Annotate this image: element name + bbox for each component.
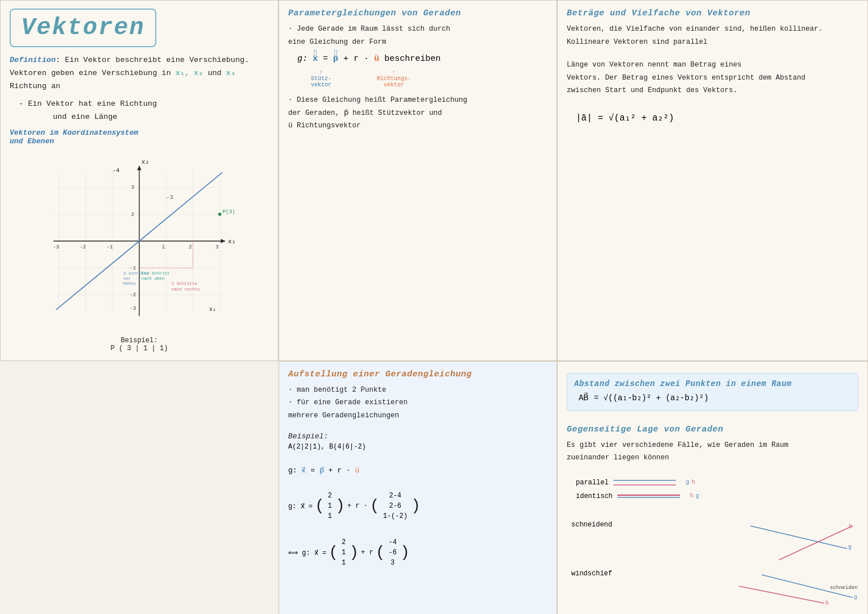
col2-mid-f1: g: x⃗ = p⃗ + r · ü [288,466,547,475]
col2-text6: ü Richtungsvektor [288,119,547,132]
col1-top-panel: Vektoren Definition: Ein Vektor beschrei… [0,0,279,361]
identisch-row: identisch h g [576,491,858,502]
stutz-label: ↑ Stütz- vektor [311,69,331,88]
svg-line-49 [779,526,853,560]
svg-marker-15 [137,165,142,170]
col3-text5: zwischen Start und Endpunkt des Vektors. [567,84,858,97]
gegenseitig-text2: zueinander liegen können [567,451,858,464]
svg-text:P(3|1|1): P(3|1|1) [222,209,236,215]
svg-text:Ein Schritt: Ein Schritt [142,271,170,275]
windschief-svg: h g schneiden sich nicht ! [733,569,858,614]
col2-top-panel: Parametergleichungen von Geraden · Jede … [279,0,557,361]
definition-text1: : Ein Vektor beschreibt eine Verschiebun… [56,56,249,64]
windschief-label: windschief [571,570,612,578]
svg-text:2: 2 [189,244,192,250]
svg-text:g: g [854,594,857,600]
col3-text4: Vektors. Der Betrag eines Vektors entspr… [567,72,858,85]
svg-text:-3: -3 [53,244,60,250]
title-box: Vektoren [10,9,156,47]
svg-text:x₂: x₂ [142,159,149,165]
svg-text:2 Schritte: 2 Schritte [172,281,198,286]
definition-label: Definition [10,56,56,64]
col3-text2: Kollineare Vektoren sind parallel [567,36,858,49]
beispiel-label: Beispiel: P ( 3 | 1 | 1) [10,337,269,352]
definition-text3: Richtung an [10,82,60,90]
col2-formula-g: g: x⃗ = p⃗ + r · ü beschreiben [297,54,547,64]
svg-text:-1: -1 [130,265,136,271]
col2-top-text2: eine Gleichung der Form [288,36,547,49]
col2-mid-b2: · für eine Gerade existieren [288,396,547,409]
svg-text:nach oben: nach oben [142,276,165,281]
svg-text:3: 3 [131,184,135,190]
col3-top-panel: Beträge und Vielfache von Vektoren Vekto… [557,0,868,361]
schneidend-label: schneidend [571,521,612,529]
svg-text:3: 3 [215,244,219,250]
svg-text:x₁: x₁ [209,305,216,312]
definition-text2: Vektoren geben eine Verschiebung in [10,69,171,77]
svg-line-52 [739,586,824,603]
gegenseitig-title: Gegenseitige Lage von Geraden [567,425,858,434]
col2-text4: · Diese Gleichung heißt Parametergleichu… [288,94,547,107]
svg-marker-14 [221,239,226,243]
betrag-formula: |ā| = √(a₁² + a₂²) [576,112,858,123]
parallel-row: parallel g h [576,477,858,488]
svg-text:-4: -4 [113,167,119,174]
richtungs-label: ↑ Richtungs- vektor [377,69,411,88]
svg-text:-1: -1 [106,244,113,250]
col2-mid-f3: ⟺ g: x⃗ = ( 211 ) + r ( -4-63 ) [288,537,547,568]
col2-mid-beispiel: Beispiel: [288,432,547,441]
page: Vektoren Definition: Ein Vektor beschrei… [0,0,868,614]
col2-mid-f2: g: x⃗ = ( 211 ) + r · ( 2-42-61-(-2) ) [288,491,547,521]
coordinate-system: x₁ x₂ -3 -2 -1 1 2 3 3 2 -1 -2 -3 -4 [10,150,269,332]
svg-text:h: h [825,600,829,607]
svg-text:x₁: x₁ [228,238,236,244]
col2-mid-b3: mehrere Geradengleichungen [288,409,547,422]
def-x3: x₃ [226,69,235,77]
svg-text:schneiden sich nicht !: schneiden sich nicht ! [830,585,858,591]
coord-ebenen: und Ebenen [10,137,269,146]
formula-labels: ↑ Stütz- vektor ↑ Richtungs- vektor [311,69,547,88]
gegenseitig-text1: Es gibt vier verschiedene Fälle, wie Ger… [567,439,858,452]
windschief-svg-wrap: h g schneiden sich nicht ! [571,569,858,614]
svg-text:-3: -3 [166,194,173,201]
definition-bullet: - Ein Vektor hat eine Richtung und eine … [19,98,269,124]
svg-line-48 [750,526,847,549]
svg-text:-2: -2 [80,244,86,250]
svg-text:Höhts: Höhts [123,281,136,286]
identisch-label: identisch [576,492,613,500]
coord-section: Vektoren im Koordinatensystem und Ebenen [10,128,269,146]
col2-mid-panel: Aufstellung einer Geradengleichung · man… [279,361,557,614]
svg-text:h: h [849,524,852,530]
parallel-lines-svg [613,477,682,488]
abstand-title: Abstand zwischen zwei Punkten in einem R… [574,379,851,388]
schneidend-svg-wrap: g h [571,520,858,566]
identisch-lines-svg [617,491,686,502]
col3-text1: Vektoren, die Vielfache von einander sin… [567,23,858,36]
coord-title: Vektoren im Koordinatensystem [10,128,269,137]
col3-mid-panel: Abstand zwischen zwei Punkten in einem R… [557,361,868,614]
def-und: und [207,69,221,77]
svg-text:1: 1 [162,244,165,250]
parallel-label: parallel [576,479,609,487]
abstand-panel: Abstand zwischen zwei Punkten in einem R… [567,373,858,411]
abstand-formula: AB⃗ = √((a₁-b₂)² + (a₂-b₂)²) [579,393,851,403]
schneidend-svg: g h [745,520,858,566]
col2-mid-b1: · man benötigt 2 Punkte [288,384,547,397]
col3-text3: Länge von Vektoren nennt man Betrag eine… [567,59,858,72]
col2-top-title: Parametergleichungen von Geraden [288,9,547,18]
svg-point-32 [218,213,222,216]
definition-block: Definition: Ein Vektor beschreibt eine V… [10,54,269,93]
col2-text5: der Geraden, p⃗ heißt Stützvektor und [288,107,547,120]
windschief-row: windschief h g schneiden sich nicht ! [571,568,858,614]
def-x1x2: x₁, x₂ [176,69,208,77]
svg-text:nach rechts: nach rechts [172,287,200,292]
col2-top-text1: · Jede Gerade im Raum lässt sich durch [288,23,547,36]
col3-top-title: Beträge und Vielfache von Vektoren [567,9,858,18]
coord-svg: x₁ x₂ -3 -2 -1 1 2 3 3 2 -1 -2 -3 -4 [43,150,236,332]
svg-text:-3: -3 [130,305,136,312]
page-title: Vektoren [21,14,145,42]
svg-text:-2: -2 [130,292,136,298]
col2-mid-title: Aufstellung einer Geradengleichung [288,370,547,379]
svg-text:2: 2 [131,211,135,217]
svg-text:g: g [848,544,852,550]
